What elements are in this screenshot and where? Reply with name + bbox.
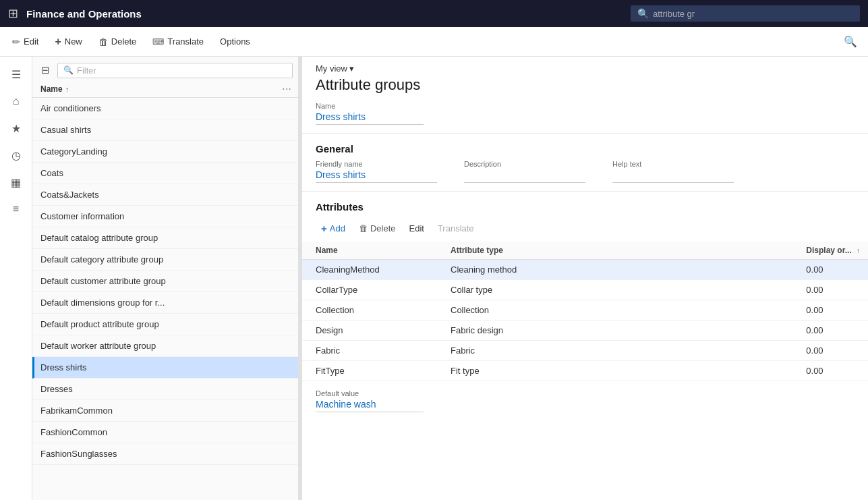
options-label: Options — [220, 36, 250, 47]
sort-ascending-icon: ↑ — [65, 85, 69, 93]
my-view-label: My view — [316, 63, 347, 74]
list-item[interactable]: Dress shirts — [32, 357, 298, 379]
list-item[interactable]: Customer information — [32, 206, 298, 227]
attr-add-label: Add — [330, 223, 345, 233]
help-text-value[interactable] — [612, 169, 734, 183]
attr-type-cell: Collar type — [437, 280, 792, 300]
attr-display-cell: 0.00 — [792, 280, 868, 300]
new-button[interactable]: + New — [48, 33, 88, 51]
display-order-sort-icon: ↑ — [857, 247, 860, 254]
name-section: Name Dress shirts — [302, 102, 868, 134]
list-item[interactable]: CategoryLanding — [32, 141, 298, 163]
list-search-box[interactable]: 🔍 — [57, 63, 293, 78]
app-title: Finance and Operations — [26, 8, 623, 20]
list-item[interactable]: Default category attribute group — [32, 249, 298, 271]
list-item[interactable]: Coats&Jackets — [32, 184, 298, 206]
attr-type-cell: Collection — [437, 300, 792, 321]
friendly-name-value[interactable]: Dress shirts — [316, 169, 437, 183]
sidebar-workspaces-button[interactable]: ▦ — [4, 170, 28, 194]
global-search-box[interactable]: 🔍 — [631, 5, 860, 22]
attr-delete-button[interactable]: 🗑 Delete — [353, 221, 401, 235]
sidebar-favorites-button[interactable]: ★ — [4, 116, 28, 140]
list-item[interactable]: Default catalog attribute group — [32, 227, 298, 249]
general-fields: Friendly name Dress shirts Description H… — [302, 160, 868, 192]
sidebar-icons: ☰ ⌂ ★ ◷ ▦ ≡ — [0, 57, 32, 500]
list-item[interactable]: FabrikamCommon — [32, 400, 298, 422]
list-item[interactable]: Casual shirts — [32, 119, 298, 141]
general-fields-row: Friendly name Dress shirts Description H… — [316, 160, 855, 183]
attributes-section: Attributes + Add 🗑 Delete Edit Translate — [302, 192, 868, 381]
global-search-input[interactable] — [653, 9, 853, 19]
table-row[interactable]: FitType Fit type 0.00 — [302, 361, 868, 381]
name-field-label: Name — [316, 102, 855, 110]
my-view-button[interactable]: My view ▾ — [316, 63, 354, 74]
attributes-table: Name Attribute type Display or... ↑ Clea… — [302, 242, 868, 381]
translate-icon: ⌨ — [152, 37, 164, 47]
chevron-down-icon: ▾ — [349, 63, 354, 74]
table-row[interactable]: Fabric Fabric 0.00 — [302, 341, 868, 361]
edit-button[interactable]: ✏ Edit — [5, 34, 45, 50]
edit-icon: ✏ — [12, 36, 20, 47]
attribute-type-col-label: Attribute type — [451, 246, 503, 255]
table-row[interactable]: Design Fabric design 0.00 — [302, 321, 868, 341]
list-item[interactable]: FashionCommon — [32, 422, 298, 443]
sidebar-home-button[interactable]: ⌂ — [4, 89, 28, 113]
attr-add-icon: + — [321, 223, 327, 234]
attr-delete-label: Delete — [370, 223, 396, 233]
attr-edit-button[interactable]: Edit — [403, 221, 429, 235]
sidebar-menu-button[interactable]: ☰ — [4, 62, 28, 86]
attr-type-cell: Fit type — [437, 361, 792, 381]
list-search-input[interactable] — [77, 65, 287, 76]
sidebar-modules-button[interactable]: ≡ — [4, 197, 28, 221]
list-search-icon: 🔍 — [63, 65, 74, 75]
table-header-row: Name Attribute type Display or... ↑ — [302, 242, 868, 260]
list-panel: ⊟ 🔍 Name ↑ ⋯ Air conditionersCasual shir… — [32, 57, 299, 500]
search-icon: 🔍 — [637, 8, 649, 19]
grid-icon[interactable]: ⊞ — [8, 6, 18, 21]
attr-edit-label: Edit — [409, 223, 424, 233]
attribute-type-column-th: Attribute type — [437, 242, 792, 260]
table-row[interactable]: CollarType Collar type 0.00 — [302, 280, 868, 300]
list-item[interactable]: Default product attribute group — [32, 314, 298, 335]
attr-translate-button[interactable]: Translate — [432, 221, 480, 235]
attr-type-cell: Fabric — [437, 341, 792, 361]
attr-name-cell: Design — [302, 321, 437, 341]
default-value-section: Default value Machine wash — [302, 381, 868, 420]
delete-button[interactable]: 🗑 Delete — [92, 34, 144, 50]
list-item[interactable]: Default customer attribute group — [32, 271, 298, 292]
attr-type-cell: Cleaning method — [437, 260, 792, 280]
name-field-value[interactable]: Dress shirts — [316, 111, 424, 125]
page-title: Attribute groups — [302, 74, 868, 102]
table-row[interactable]: CleaningMethod Cleaning method 0.00 — [302, 260, 868, 280]
filter-button[interactable]: ⊟ — [38, 62, 53, 78]
list-item[interactable]: Air conditioners — [32, 98, 298, 119]
view-selector: My view ▾ — [302, 57, 868, 74]
list-item[interactable]: Default worker attribute group — [32, 335, 298, 357]
list-item[interactable]: Dresses — [32, 379, 298, 400]
display-order-col-label: Display or... — [806, 246, 851, 255]
detail-panel: My view ▾ Attribute groups Name Dress sh… — [302, 57, 868, 500]
description-label: Description — [464, 160, 585, 168]
table-row[interactable]: Collection Collection 0.00 — [302, 300, 868, 321]
main-layout: ☰ ⌂ ★ ◷ ▦ ≡ ⊟ 🔍 Name ↑ ⋯ Air conditioner… — [0, 57, 868, 500]
description-value[interactable] — [464, 169, 585, 183]
edit-label: Edit — [24, 36, 38, 47]
list-item[interactable]: FashionSunglasses — [32, 443, 298, 465]
friendly-name-group: Friendly name Dress shirts — [316, 160, 437, 183]
help-text-label: Help text — [612, 160, 734, 168]
action-search-button[interactable]: 🔍 — [838, 32, 863, 51]
new-icon: + — [55, 36, 61, 48]
translate-button[interactable]: ⌨ Translate — [146, 34, 210, 49]
attr-display-cell: 0.00 — [792, 300, 868, 321]
list-item[interactable]: Default dimensions group for r... — [32, 292, 298, 314]
sidebar-recent-button[interactable]: ◷ — [4, 143, 28, 167]
attr-name-cell: CollarType — [302, 280, 437, 300]
default-value-field[interactable]: Machine wash — [316, 399, 424, 412]
name-column-header: Name ↑ — [40, 84, 281, 94]
name-column-th: Name — [302, 242, 437, 260]
attr-add-button[interactable]: + Add — [316, 221, 351, 236]
column-menu-button[interactable]: ⋯ — [281, 84, 293, 94]
options-button[interactable]: Options — [213, 34, 257, 49]
attr-display-cell: 0.00 — [792, 341, 868, 361]
list-item[interactable]: Coats — [32, 163, 298, 184]
